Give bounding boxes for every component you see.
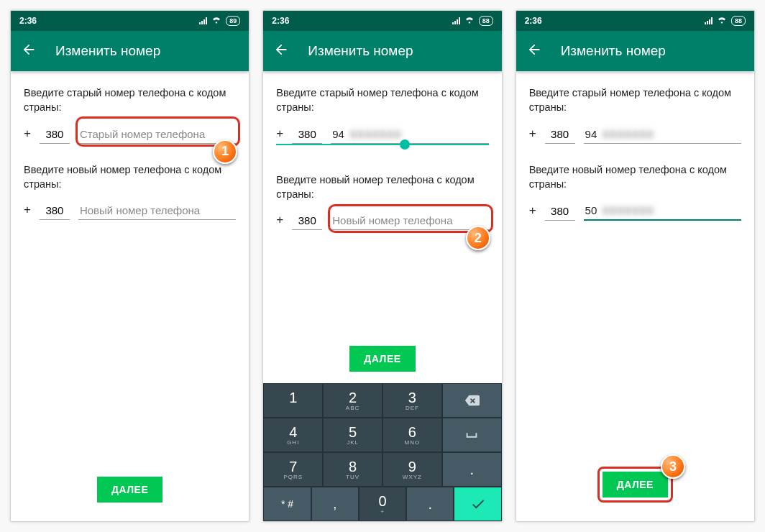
key-2[interactable]: 2ABC: [323, 383, 382, 418]
app-title: Изменить номер: [308, 43, 413, 59]
back-icon[interactable]: [273, 42, 289, 60]
new-phone-input[interactable]: [331, 211, 488, 230]
key-5[interactable]: 5JKL: [323, 418, 382, 452]
key-period[interactable]: .: [442, 452, 502, 487]
key-backspace[interactable]: [442, 383, 502, 418]
new-phone-input[interactable]: [78, 201, 236, 220]
app-bar: Изменить номер: [263, 31, 501, 71]
key-confirm[interactable]: [454, 487, 501, 521]
key-4[interactable]: 4GHI: [263, 418, 323, 452]
key-9[interactable]: 9WXYZ: [382, 452, 442, 487]
old-phone-input[interactable]: 94 0000000: [584, 125, 741, 144]
screen-2: 2:36 88 Изменить номер Введите старый но…: [262, 10, 502, 522]
plus-sign: +: [276, 213, 283, 230]
app-title: Изменить номер: [561, 43, 666, 59]
back-icon[interactable]: [526, 42, 542, 60]
old-phone-input[interactable]: 94 0000000: [331, 125, 488, 144]
key-dot[interactable]: .: [406, 487, 454, 521]
country-code-new[interactable]: [292, 211, 322, 230]
key-3[interactable]: 3DEF: [382, 383, 442, 418]
old-phone-prefix: 94: [585, 128, 597, 140]
signal-icon: [199, 17, 207, 24]
key-symbols[interactable]: * #: [263, 487, 311, 521]
wifi-icon: [717, 16, 727, 26]
status-bar: 2:36 88: [516, 11, 754, 31]
new-phone-blurred: 0000000: [603, 204, 654, 216]
app-bar: Изменить номер: [516, 31, 754, 71]
plus-sign: +: [24, 203, 31, 220]
old-phone-blurred: 0000000: [603, 128, 654, 140]
status-time: 2:36: [19, 16, 37, 26]
old-phone-blurred: 0000000: [350, 128, 402, 140]
old-phone-input[interactable]: [78, 125, 236, 144]
key-6[interactable]: 6MNO: [382, 418, 442, 452]
next-button[interactable]: ДАЛЕЕ: [603, 472, 668, 497]
country-code-old[interactable]: [545, 125, 575, 144]
slider-thumb-icon[interactable]: [400, 139, 410, 150]
prompt-old: Введите старый номер телефона с кодом ст…: [529, 86, 741, 115]
app-title: Изменить номер: [55, 43, 160, 59]
new-phone-input[interactable]: 50 0000000: [584, 201, 741, 221]
prompt-old: Введите старый номер телефона с кодом ст…: [276, 86, 488, 115]
plus-sign: +: [529, 127, 536, 144]
prompt-new: Введите новый номер телефона с кодом стр…: [276, 173, 488, 202]
battery-icon: 88: [731, 16, 746, 26]
battery-icon: 88: [479, 16, 493, 26]
signal-icon: [452, 17, 460, 24]
old-phone-prefix: 94: [332, 128, 344, 140]
back-icon[interactable]: [21, 42, 37, 60]
country-code-new[interactable]: [545, 202, 575, 221]
key-1[interactable]: 1: [263, 383, 323, 418]
next-button[interactable]: ДАЛЕЕ: [349, 346, 415, 372]
key-space[interactable]: [442, 418, 502, 452]
prompt-new: Введите новый номер телефона с кодом стр…: [24, 162, 236, 192]
status-time: 2:36: [272, 16, 289, 26]
plus-sign: +: [24, 127, 31, 144]
wifi-icon: [464, 16, 475, 26]
selection-slider[interactable]: [276, 144, 488, 145]
key-7[interactable]: 7PQRS: [263, 452, 323, 487]
app-bar: Изменить номер: [11, 31, 249, 71]
plus-sign: +: [529, 203, 536, 221]
key-comma[interactable]: ,: [311, 487, 359, 521]
screen-3: 2:36 88 Изменить номер Введите старый но…: [516, 10, 755, 522]
prompt-new: Введите новый номер телефона с кодом стр…: [529, 162, 741, 192]
key-8[interactable]: 8TUV: [323, 452, 382, 487]
country-code-new[interactable]: [40, 201, 70, 220]
screen-1: 2:36 89 Изменить номер Введите старый но…: [10, 10, 249, 522]
status-bar: 2:36 89: [11, 11, 249, 31]
battery-icon: 89: [226, 16, 240, 26]
highlight-step-3: ДАЛЕЕ 3: [597, 467, 673, 503]
key-0[interactable]: 0+: [359, 487, 406, 521]
numeric-keypad: 1 2ABC 3DEF 4GHI 5JKL 6MNO 7PQRS 8TUV 9W…: [263, 383, 501, 521]
country-code-old[interactable]: [40, 125, 70, 144]
country-code-old[interactable]: [292, 125, 322, 144]
new-phone-prefix: 50: [585, 204, 597, 216]
signal-icon: [705, 17, 713, 24]
status-bar: 2:36 88: [263, 11, 501, 31]
status-time: 2:36: [525, 16, 542, 26]
wifi-icon: [211, 16, 221, 26]
next-button[interactable]: ДАЛЕЕ: [97, 477, 162, 503]
plus-sign: +: [276, 127, 283, 144]
prompt-old: Введите старый номер телефона с кодом ст…: [24, 86, 236, 115]
